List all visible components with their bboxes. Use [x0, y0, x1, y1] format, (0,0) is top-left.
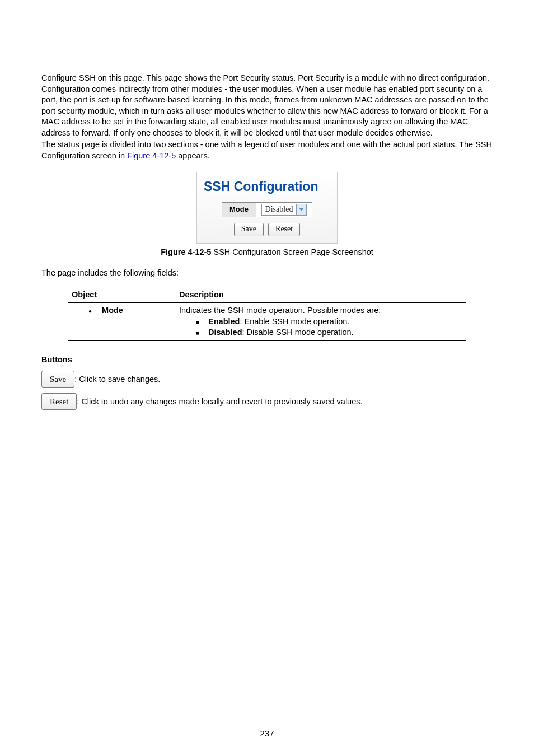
figure-caption-ref: Figure 4-12-5	[161, 248, 211, 256]
reset-button[interactable]: Reset	[41, 393, 77, 410]
object-cell: ●Mode	[68, 303, 176, 342]
card-save-button[interactable]: Save	[234, 223, 264, 236]
figure-link-4-12-5[interactable]: Figure 4-12-5	[127, 151, 176, 160]
reset-text: : Click to undo any changes made locally…	[77, 395, 362, 408]
disabled-key: Disabled	[208, 328, 242, 337]
enabled-text: : Enable SSH mode operation.	[240, 317, 349, 326]
description-cell: Indicates the SSH mode operation. Possib…	[176, 303, 466, 342]
enabled-key: Enabled	[208, 317, 240, 326]
mode-row: Mode Disabled	[222, 202, 312, 217]
status-post: appears.	[176, 151, 209, 160]
figure-caption-text: SSH Configuration Screen Page Screenshot	[211, 248, 373, 256]
intro-paragraph: Configure SSH on this page. This page sh…	[41, 73, 493, 138]
table-row: ●Mode Indicates the SSH mode operation. …	[68, 303, 466, 342]
object-label: Mode	[102, 306, 123, 315]
fields-table: Object Description ●Mode Indicates the S…	[68, 286, 466, 342]
mode-label: Mode	[222, 203, 256, 217]
chevron-down-icon	[296, 204, 306, 215]
save-button[interactable]: Save	[41, 371, 74, 388]
save-line: Save: Click to save changes.	[41, 371, 493, 388]
header-description: Description	[176, 286, 466, 303]
disabled-text: : Disable SSH mode operation.	[242, 328, 353, 337]
mode-select[interactable]: Disabled	[261, 204, 307, 216]
figure-caption: Figure 4-12-5 SSH Configuration Screen P…	[41, 247, 493, 258]
status-paragraph: The status page is divided into two sect…	[41, 139, 493, 161]
table-header-row: Object Description	[68, 286, 466, 303]
desc-main: Indicates the SSH mode operation. Possib…	[179, 305, 462, 316]
save-text: : Click to save changes.	[74, 372, 160, 386]
card-button-row: Save Reset	[203, 223, 331, 236]
desc-enabled: ■Enabled: Enable SSH mode operation.	[179, 316, 462, 328]
buttons-heading: Buttons	[41, 354, 493, 366]
ssh-figure: SSH Configuration Mode Disabled Save Res…	[41, 172, 493, 244]
header-object: Object	[68, 286, 176, 303]
ssh-card-title: SSH Configuration	[203, 176, 331, 201]
fields-intro: The page includes the following fields:	[41, 268, 493, 279]
status-pre: The status page is divided into two sect…	[41, 140, 492, 160]
ssh-card: SSH Configuration Mode Disabled Save Res…	[196, 172, 338, 244]
desc-disabled: ■Disabled: Disable SSH mode operation.	[179, 327, 462, 338]
mode-select-value: Disabled	[262, 204, 297, 215]
page-number: 237	[0, 728, 534, 739]
mode-select-cell: Disabled	[256, 203, 312, 217]
card-reset-button[interactable]: Reset	[268, 223, 300, 236]
reset-line: Reset: Click to undo any changes made lo…	[41, 393, 493, 410]
